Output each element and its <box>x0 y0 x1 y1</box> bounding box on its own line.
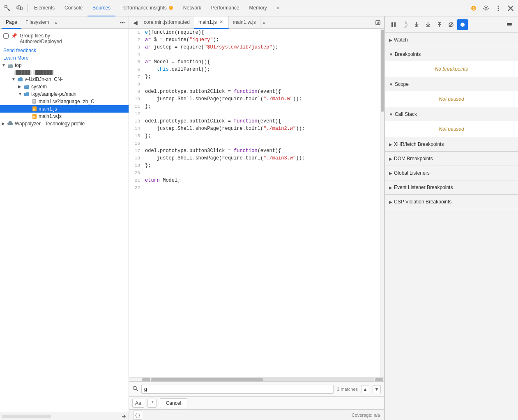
editor-tab-back-btn[interactable]: ◀ <box>131 18 140 27</box>
step-into-btn[interactable] <box>423 19 433 30</box>
svg-line-30 <box>136 389 138 391</box>
more-options-btn[interactable] <box>493 2 504 14</box>
accordion-event-listener-header[interactable]: ▶ Event Listener Breakpoints <box>385 180 518 194</box>
horizontal-scrollbar[interactable] <box>129 377 384 381</box>
svg-point-16 <box>124 22 125 23</box>
sources-panel-bottom <box>0 412 129 420</box>
regex-btn[interactable]: .* <box>147 399 157 408</box>
tab-console[interactable]: Console <box>60 0 87 16</box>
call-stack-triangle: ▼ <box>389 112 393 117</box>
settings-btn[interactable] <box>480 2 492 14</box>
send-feedback-link[interactable]: Send feedback <box>0 47 129 54</box>
devtools-navbar: Elements Console Sources Performance ins… <box>0 0 518 16</box>
panel-tab-menu[interactable] <box>118 20 127 25</box>
tree-item-folder-v[interactable]: ▼ v-UzlBJn-zh_CN- <box>0 76 129 83</box>
accordion-breakpoints: ▼ Breakpoints No breakpoints <box>385 47 518 77</box>
editor-tab-main1js[interactable]: main1.js ✕ <box>194 16 229 29</box>
tab-elements[interactable]: Elements <box>29 0 60 16</box>
dom-triangle: ▶ <box>389 157 392 161</box>
step-over-btn[interactable] <box>400 19 410 30</box>
svg-rect-17 <box>8 65 13 68</box>
case-sensitive-btn[interactable]: Aa <box>132 399 144 408</box>
more-debugger-btn[interactable] <box>504 19 515 30</box>
tree-item-folder-tkgy[interactable]: ▼ tkgy/sample-pc/main <box>0 90 129 98</box>
accordion-breakpoints-header[interactable]: ▼ Breakpoints <box>385 47 518 61</box>
csp-label: CSP Violation Breakpoints <box>394 199 451 205</box>
svg-rect-39 <box>507 23 512 24</box>
search-input[interactable] <box>141 385 334 394</box>
close-devtools-btn[interactable] <box>505 2 516 14</box>
code-line-8: 8 <box>129 81 384 88</box>
code-content[interactable]: 1 e(function(require){ 2 ar $ = require(… <box>129 29 384 377</box>
scope-body: Not paused <box>385 91 518 107</box>
step-btn[interactable] <box>411 19 422 30</box>
tree-item-top[interactable]: ▼ top <box>0 62 129 69</box>
inspect-element-btn[interactable] <box>2 2 13 14</box>
step-out-btn[interactable] <box>434 19 445 30</box>
coverage-text: Coverage: n/a <box>352 413 380 418</box>
device-toggle-btn[interactable] <box>14 2 25 14</box>
svg-point-10 <box>498 7 499 9</box>
breakpoints-label: Breakpoints <box>395 51 421 57</box>
deactivate-breakpoints-btn[interactable] <box>446 19 456 30</box>
code-line-5: 5 ar Model = function(){ <box>129 58 384 66</box>
svg-point-29 <box>133 386 136 390</box>
tab-memory[interactable]: Memory <box>244 0 272 16</box>
search-cancel-btn[interactable]: Cancel <box>160 398 187 408</box>
folder-icon-tkgy <box>24 91 30 97</box>
accordion-watch-header[interactable]: ▶ Watch <box>385 33 518 47</box>
search-next-btn[interactable]: ▼ <box>373 385 381 393</box>
tab-performance[interactable]: Performance <box>206 0 244 16</box>
search-prev-btn[interactable]: ▲ <box>361 385 369 393</box>
editor-tab-main1wjs[interactable]: main1.w.js <box>229 16 260 29</box>
accordion-dom-header[interactable]: ▶ DOM Breakpoints <box>385 152 518 166</box>
scrollbar-left-btn[interactable] <box>142 378 150 381</box>
tree-item-wappalyzer[interactable]: ▶ Wappalyzer - Technology profile <box>0 120 129 127</box>
call-stack-label: Call Stack <box>395 111 417 117</box>
accordion-watch: ▶ Watch <box>385 33 518 47</box>
editor-tab-core[interactable]: core.min.js:formatted <box>140 16 194 29</box>
accordion-csp-header[interactable]: ▶ CSP Violation Breakpoints <box>385 195 518 209</box>
learn-more-link[interactable]: Learn More <box>0 54 129 62</box>
tab-network[interactable]: Network <box>178 0 206 16</box>
tab-performance-insights[interactable]: Performance insights ! <box>115 0 178 16</box>
csp-triangle: ▶ <box>389 200 392 204</box>
vertical-scrollbar[interactable] <box>380 29 384 377</box>
accordion-xhr-header[interactable]: ▶ XHR/fetch Breakpoints <box>385 137 518 151</box>
scrollbar-track-h[interactable] <box>151 378 374 381</box>
folder-open-icon <box>7 62 13 68</box>
accordion-scope-header[interactable]: ▼ Scope <box>385 77 518 91</box>
record-btn[interactable] <box>457 19 468 30</box>
editor-undock-btn[interactable] <box>373 18 382 27</box>
accordion-global-listeners-header[interactable]: ▶ Global Listeners <box>385 166 518 180</box>
notifications-btn[interactable]: 2 <box>468 2 479 14</box>
nav-tabs-more-btn[interactable]: » <box>272 0 285 16</box>
tab-page[interactable]: Page <box>2 16 21 29</box>
call-stack-not-paused: Not paused <box>385 123 518 135</box>
editor-tab-close-btn[interactable]: ✕ <box>219 19 224 25</box>
bottom-scrollbar[interactable] <box>2 415 51 418</box>
accordion-call-stack-header[interactable]: ▼ Call Stack <box>385 107 518 121</box>
panel-tabs-more[interactable]: » <box>53 20 59 25</box>
scrollbar-thumb-v[interactable] <box>381 30 384 112</box>
code-line-6: 6 this.callParent(); <box>129 66 384 73</box>
search-icon <box>132 385 138 392</box>
tree-item-folder-system[interactable]: ▶ system <box>0 83 129 90</box>
scrollbar-thumb-h[interactable] <box>151 378 263 381</box>
folder-system-triangle: ▶ <box>18 84 23 89</box>
tab-sources[interactable]: Sources <box>87 0 115 16</box>
tree-item-main1-js[interactable]: ▶ js main1.js <box>0 105 129 113</box>
tab-filesystem[interactable]: Filesystem <box>21 16 53 29</box>
pause-resume-btn[interactable] <box>388 19 399 30</box>
accordion-dom: ▶ DOM Breakpoints <box>385 152 518 166</box>
match-count: 3 matches <box>337 387 358 392</box>
cloud-icon <box>7 121 13 127</box>
group-files-checkbox[interactable] <box>3 33 9 39</box>
pretty-print-btn[interactable]: { } <box>133 411 142 420</box>
scrollbar-right-btn[interactable] <box>375 378 383 381</box>
expand-panel-btn[interactable] <box>120 413 127 420</box>
editor-tabs-more-btn[interactable]: » <box>260 16 268 29</box>
tree-item-main1-w-query[interactable]: ▶ main1.w?language=zh_C <box>0 98 129 105</box>
tree-item-main1-w-js[interactable]: ▶ js main1.w.js <box>0 113 129 120</box>
tree-item-grey-tags[interactable]: ▶ █████ ██████ <box>0 69 129 76</box>
